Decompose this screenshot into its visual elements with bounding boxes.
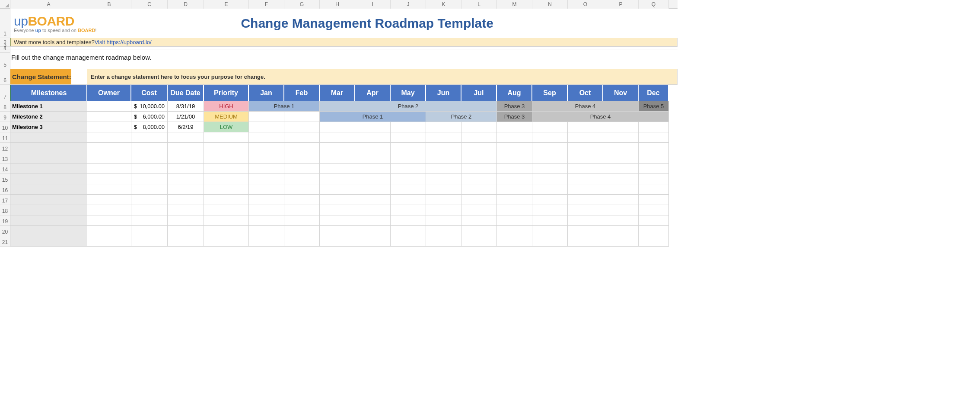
empty-cell[interactable] xyxy=(168,195,204,205)
empty-cell[interactable] xyxy=(284,184,320,195)
empty-cell[interactable] xyxy=(568,143,603,153)
empty-cell[interactable] xyxy=(284,215,320,226)
empty-cell[interactable] xyxy=(391,236,426,247)
empty-cell[interactable] xyxy=(639,184,669,195)
phase-bar[interactable]: Phase 2 xyxy=(320,101,497,112)
empty-cell[interactable] xyxy=(532,236,568,247)
row-header-17[interactable]: 17 xyxy=(0,195,10,205)
empty-cell[interactable] xyxy=(284,174,320,184)
empty-cell[interactable] xyxy=(461,205,497,215)
empty-cell[interactable] xyxy=(249,215,284,226)
empty-cell[interactable] xyxy=(532,226,568,236)
header-feb[interactable]: Feb xyxy=(284,85,320,101)
empty-cell[interactable] xyxy=(391,184,426,195)
empty-cell[interactable] xyxy=(532,215,568,226)
header-oct[interactable]: Oct xyxy=(568,85,603,101)
col-header-A[interactable]: A xyxy=(10,0,87,9)
empty-cell[interactable] xyxy=(87,174,131,184)
empty-cell[interactable] xyxy=(249,174,284,184)
month-cell[interactable] xyxy=(639,122,669,132)
empty-cell[interactable] xyxy=(320,226,355,236)
month-cell[interactable] xyxy=(284,112,320,122)
empty-cell[interactable] xyxy=(168,153,204,164)
header-priority[interactable]: Priority xyxy=(204,85,249,101)
header-milestones[interactable]: Milestones xyxy=(10,85,87,101)
empty-cell[interactable] xyxy=(249,184,284,195)
empty-cell[interactable] xyxy=(639,132,669,143)
col-header-M[interactable]: M xyxy=(497,0,532,9)
empty-cell[interactable] xyxy=(461,174,497,184)
owner-cell[interactable] xyxy=(87,122,131,132)
col-header-J[interactable]: J xyxy=(391,0,426,9)
header-jul[interactable]: Jul xyxy=(461,85,497,101)
empty-cell[interactable] xyxy=(10,164,87,174)
empty-cell[interactable] xyxy=(87,215,131,226)
empty-cell[interactable] xyxy=(168,205,204,215)
empty-cell[interactable] xyxy=(87,184,131,195)
due-date-cell[interactable]: 1/21/00 xyxy=(168,112,204,122)
empty-cell[interactable] xyxy=(497,153,532,164)
month-cell[interactable] xyxy=(320,122,355,132)
col-header-E[interactable]: E xyxy=(204,0,249,9)
empty-cell[interactable] xyxy=(10,174,87,184)
empty-cell[interactable] xyxy=(284,164,320,174)
row-header-10[interactable]: 10 xyxy=(0,122,10,132)
empty-cell[interactable] xyxy=(639,205,669,215)
empty-cell[interactable] xyxy=(131,174,168,184)
empty-cell[interactable] xyxy=(568,132,603,143)
row-header-5[interactable]: 5 xyxy=(0,53,10,69)
empty-cell[interactable] xyxy=(320,132,355,143)
month-cell[interactable] xyxy=(497,122,532,132)
empty-cell[interactable] xyxy=(497,164,532,174)
empty-cell[interactable] xyxy=(284,205,320,215)
empty-cell[interactable] xyxy=(284,236,320,247)
phase-bar[interactable]: Phase 3 xyxy=(497,101,532,112)
empty-cell[interactable] xyxy=(532,205,568,215)
empty-cell[interactable] xyxy=(639,226,669,236)
phase-bar[interactable]: Phase 4 xyxy=(532,112,669,122)
phase-bar[interactable]: Phase 3 xyxy=(497,112,532,122)
empty-cell[interactable] xyxy=(284,226,320,236)
header-cost[interactable]: Cost xyxy=(131,85,168,101)
empty-cell[interactable] xyxy=(131,132,168,143)
empty-cell[interactable] xyxy=(639,215,669,226)
empty-cell[interactable] xyxy=(87,153,131,164)
empty-cell[interactable] xyxy=(426,143,461,153)
row-header-14[interactable]: 14 xyxy=(0,164,10,174)
header-mar[interactable]: Mar xyxy=(320,85,355,101)
empty-cell[interactable] xyxy=(131,226,168,236)
header-nov[interactable]: Nov xyxy=(603,85,639,101)
empty-cell[interactable] xyxy=(10,143,87,153)
empty-cell[interactable] xyxy=(204,132,249,143)
phase-bar[interactable]: Phase 4 xyxy=(532,101,639,112)
empty-cell[interactable] xyxy=(497,215,532,226)
empty-cell[interactable] xyxy=(87,236,131,247)
empty-cell[interactable] xyxy=(639,143,669,153)
empty-cell[interactable] xyxy=(204,164,249,174)
milestone-name[interactable]: Milestone 1 xyxy=(10,101,87,112)
empty-cell[interactable] xyxy=(168,174,204,184)
empty-cell[interactable] xyxy=(249,226,284,236)
header-sep[interactable]: Sep xyxy=(532,85,568,101)
empty-cell[interactable] xyxy=(603,226,639,236)
empty-cell[interactable] xyxy=(320,215,355,226)
empty-cell[interactable] xyxy=(355,174,391,184)
empty-cell[interactable] xyxy=(461,132,497,143)
col-header-K[interactable]: K xyxy=(426,0,461,9)
empty-cell[interactable] xyxy=(639,236,669,247)
empty-cell[interactable] xyxy=(568,205,603,215)
empty-cell[interactable] xyxy=(204,184,249,195)
empty-cell[interactable] xyxy=(532,195,568,205)
empty-cell[interactable] xyxy=(426,184,461,195)
empty-cell[interactable] xyxy=(568,236,603,247)
empty-cell[interactable] xyxy=(168,215,204,226)
empty-cell[interactable] xyxy=(355,215,391,226)
empty-cell[interactable] xyxy=(320,205,355,215)
month-cell[interactable] xyxy=(426,122,461,132)
empty-cell[interactable] xyxy=(461,164,497,174)
empty-cell[interactable] xyxy=(249,143,284,153)
empty-cell[interactable] xyxy=(603,205,639,215)
change-statement-input[interactable]: Enter a change statement here to focus y… xyxy=(87,69,677,84)
empty-cell[interactable] xyxy=(426,132,461,143)
empty-cell[interactable] xyxy=(426,215,461,226)
